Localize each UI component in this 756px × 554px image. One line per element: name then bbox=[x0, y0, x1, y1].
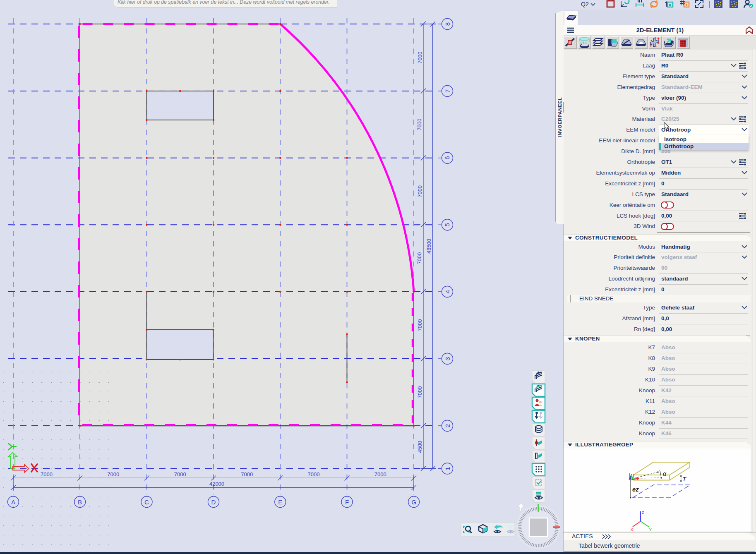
svg-text:ez: ez bbox=[632, 486, 639, 493]
svg-text:T: T bbox=[682, 475, 687, 482]
svg-text:α: α bbox=[663, 470, 667, 477]
svg-text:z: z bbox=[642, 510, 644, 515]
svg-text:x: x bbox=[631, 527, 633, 532]
